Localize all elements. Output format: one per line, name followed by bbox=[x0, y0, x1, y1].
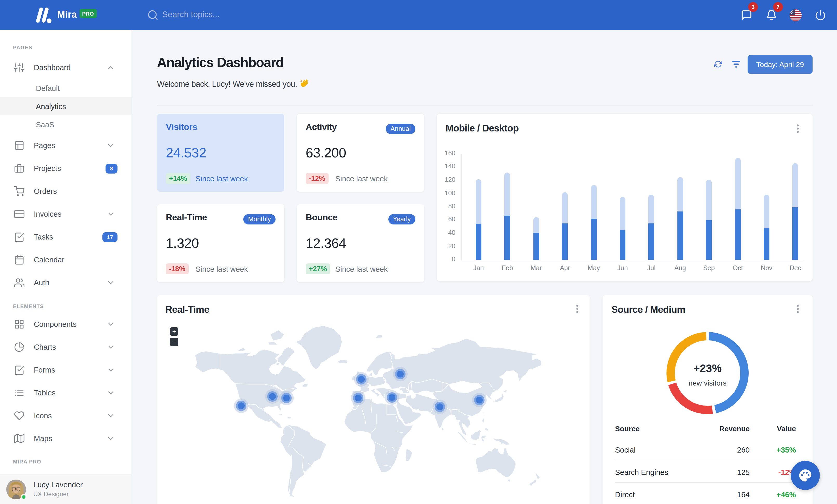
svg-text:new visitors: new visitors bbox=[689, 379, 727, 387]
svg-text:+23%: +23% bbox=[694, 362, 722, 374]
